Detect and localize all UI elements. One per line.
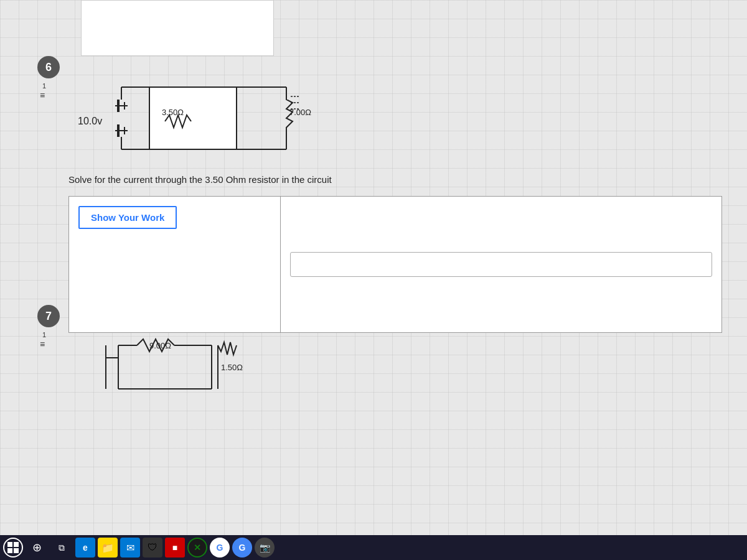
answer-input-panel xyxy=(281,197,721,332)
show-work-button[interactable]: Show Your Work xyxy=(78,206,177,229)
task-view-button[interactable]: ⧉ xyxy=(50,536,73,559)
circuit-svg-7: 9.00Ω 1.50Ω xyxy=(68,314,330,414)
show-work-panel: Show Your Work xyxy=(69,197,281,332)
start-button[interactable] xyxy=(3,538,23,558)
question-icon-7: ≡ xyxy=(40,339,45,349)
circuit-svg-6: 10.0v 3.50Ω xyxy=(68,68,330,168)
question-number-7: 7 xyxy=(37,305,60,327)
top-panel xyxy=(81,0,274,56)
main-content: 6 1 ≡ 10.0v xyxy=(0,0,747,535)
circuit-diagram-6: 10.0v 3.50Ω xyxy=(68,68,330,168)
svg-text:3.50Ω: 3.50Ω xyxy=(162,108,184,117)
xbox-button[interactable]: ✕ xyxy=(187,538,207,558)
svg-rect-29 xyxy=(14,542,19,547)
google2-button[interactable]: G xyxy=(232,538,252,558)
problem-text-6: Solve for the current through the 3.50 O… xyxy=(68,174,332,185)
question-sub-label-6: 1 xyxy=(42,82,46,90)
svg-rect-12 xyxy=(149,87,237,149)
answer-area-6: Show Your Work xyxy=(68,196,722,333)
mail-button[interactable]: ✉ xyxy=(120,538,140,558)
question-icon-6: ≡ xyxy=(40,90,45,100)
answer-input-6[interactable] xyxy=(290,252,712,277)
svg-rect-31 xyxy=(14,548,19,553)
circuit-diagram-7: 9.00Ω 1.50Ω xyxy=(68,314,330,414)
edge-button[interactable]: e xyxy=(75,538,95,558)
svg-rect-30 xyxy=(7,548,12,553)
voltage-label: 10.0v xyxy=(78,116,102,126)
file-explorer-button[interactable]: 📁 xyxy=(98,538,118,558)
search-button[interactable]: ⊕ xyxy=(26,536,48,559)
red-app-button[interactable]: ■ xyxy=(165,538,185,558)
question-sub-label-7: 1 xyxy=(42,331,46,338)
svg-text:1.50Ω: 1.50Ω xyxy=(221,363,243,372)
google-button[interactable]: G xyxy=(210,538,230,558)
question-number-6: 6 xyxy=(37,56,60,78)
camera-button[interactable]: 📷 xyxy=(255,538,275,558)
security-button[interactable]: 🛡 xyxy=(143,538,162,558)
taskbar: ⊕ ⧉ e 📁 ✉ 🛡 ■ ✕ G G 📷 xyxy=(0,535,747,560)
svg-rect-28 xyxy=(7,542,12,547)
